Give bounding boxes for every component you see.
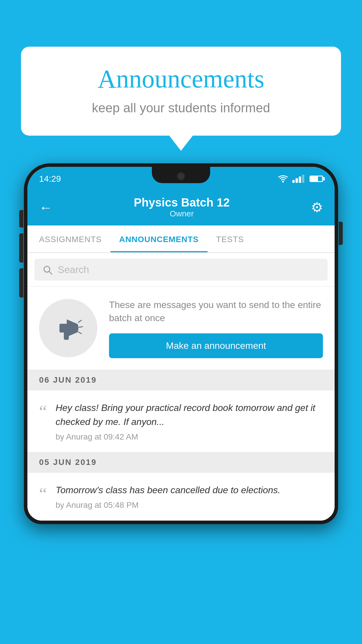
tab-assignments[interactable]: ASSIGNMENTS [30, 225, 110, 252]
empty-icon-circle [39, 299, 97, 357]
svg-point-0 [282, 181, 284, 183]
announcement-item-1[interactable]: “ Tomorrow's class has been cancelled du… [27, 473, 335, 521]
phone-mockup: 14:29 [24, 163, 338, 644]
empty-state-description: These are messages you want to send to t… [109, 298, 323, 325]
empty-state: These are messages you want to send to t… [27, 287, 335, 370]
announcement-content-0: Hey class! Bring your practical record b… [56, 401, 323, 442]
date-separator-1: 05 JUN 2019 [27, 452, 335, 473]
svg-rect-4 [59, 324, 68, 332]
phone-outer: 14:29 [24, 163, 338, 524]
phone-screen: 14:29 [27, 167, 335, 521]
speech-bubble-title: Announcements [44, 64, 318, 94]
megaphone-icon [52, 312, 84, 344]
header-subtitle: Owner [134, 209, 230, 218]
svg-line-2 [49, 272, 52, 274]
tab-tests[interactable]: TESTS [208, 225, 253, 252]
speech-bubble-container: Announcements keep all your students inf… [21, 47, 341, 136]
tab-announcements[interactable]: ANNOUNCEMENTS [110, 225, 208, 252]
volume-up-button [19, 233, 23, 262]
announcement-meta-0: by Anurag at 09:42 AM [56, 432, 323, 442]
announcement-text-1: Tomorrow's class has been cancelled due … [56, 483, 323, 497]
svg-line-6 [78, 320, 81, 322]
wifi-icon [278, 175, 288, 183]
search-placeholder: Search [58, 264, 89, 275]
quote-icon-1: “ [39, 485, 47, 502]
announcement-item-0[interactable]: “ Hey class! Bring your practical record… [27, 390, 335, 452]
status-time: 14:29 [39, 174, 61, 184]
search-bar[interactable]: Search [34, 259, 328, 281]
quote-icon-0: “ [39, 402, 47, 420]
announcement-text-0: Hey class! Bring your practical record b… [56, 401, 323, 429]
status-icons [278, 175, 323, 183]
make-announcement-button[interactable]: Make an announcement [109, 333, 323, 358]
header-title-group: Physics Batch 12 Owner [134, 196, 230, 218]
back-button[interactable]: ← [39, 200, 52, 215]
header-title: Physics Batch 12 [134, 196, 230, 209]
phone-camera [177, 172, 185, 180]
battery-icon [310, 176, 323, 182]
date-separator-0: 06 JUN 2019 [27, 370, 335, 390]
power-button [339, 222, 343, 245]
svg-line-7 [79, 327, 82, 327]
announcement-content-1: Tomorrow's class has been cancelled due … [56, 483, 323, 510]
phone-notch [152, 167, 210, 183]
empty-state-content: These are messages you want to send to t… [109, 298, 323, 358]
gear-icon[interactable]: ⚙ [311, 200, 323, 215]
svg-line-8 [78, 332, 81, 334]
volume-down-button [19, 268, 23, 298]
svg-point-5 [75, 324, 78, 332]
signal-icon [292, 175, 304, 183]
speech-bubble: Announcements keep all your students inf… [21, 47, 341, 136]
announcement-meta-1: by Anurag at 05:48 PM [56, 501, 323, 510]
search-icon [43, 265, 52, 275]
app-header: ← Physics Batch 12 Owner ⚙ [27, 188, 335, 225]
speech-bubble-subtitle: keep all your students informed [44, 101, 318, 115]
mute-button [19, 210, 23, 228]
search-container: Search [27, 253, 335, 287]
tab-bar: ASSIGNMENTS ANNOUNCEMENTS TESTS [27, 225, 335, 253]
